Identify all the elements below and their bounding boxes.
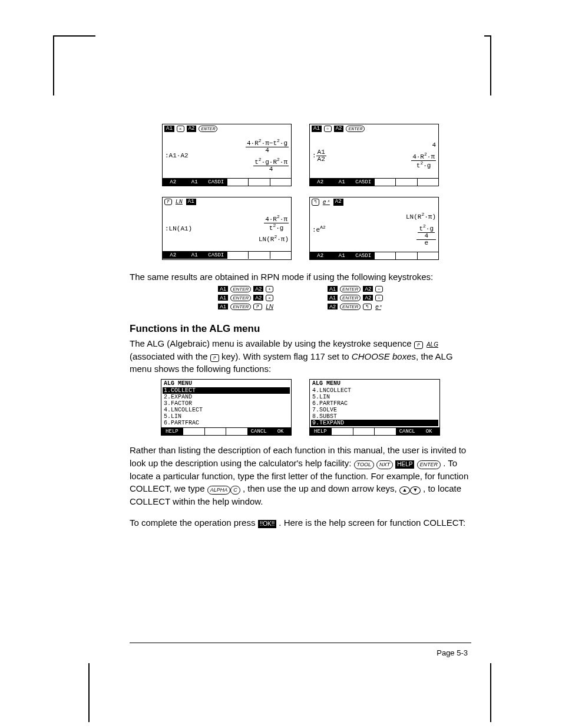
expr-r2: t2·g4e — [406, 224, 436, 246]
keystroke-header: ↰ eˣ A2 — [310, 197, 438, 207]
keystroke-header: ↱ LN A1 — [163, 197, 291, 206]
section-heading: Functions in the ALG menu — [130, 323, 471, 335]
keystroke-header: A1 ÷ A2 ENTER — [310, 124, 438, 133]
crop-mark-tl — [53, 35, 95, 95]
softkey-row: A2A1CASDI — [163, 251, 291, 259]
alg-intro: The ALG (Algebraic) menu is available by… — [130, 337, 471, 375]
expr-r1: 4 — [411, 142, 436, 149]
crop-mark-bl — [88, 663, 95, 722]
tool-key: TOOL — [354, 460, 374, 469]
enter-key: ENTER — [417, 460, 441, 469]
softkey-row: A2A1CASDI — [310, 178, 438, 186]
ok-softkey: !!OK!! — [258, 520, 277, 529]
page: A1 × A2 ENTER :A1·A2 4·R2·π−t2·g4 t2·g·R… — [0, 0, 562, 728]
expr-r2: LN(R2·π) — [259, 235, 289, 243]
expr-left: :eA2 — [312, 225, 326, 233]
choose-boxes: CHOOSE boxes — [352, 351, 416, 361]
screenshot-row-2: ↱ LN A1 :LN(A1) 4·R2·πt2·g LN(R2·π) A2A1… — [130, 197, 471, 260]
alg-menu-row: ALG MENU1.COLLECT2.EXPAND3.FACTOR4.LNCOL… — [130, 379, 471, 436]
expr-r1: LN(R2·π) — [406, 212, 436, 220]
rpn-keystroke-table: A1 ENTER A2 +A1 ENTER A2 ×A1 ENTER ↱ LN … — [130, 286, 471, 310]
screenshot-row-1: A1 × A2 ENTER :A1·A2 4·R2·π−t2·g4 t2·g·R… — [130, 124, 471, 186]
right-shift-key: ↱ — [210, 354, 219, 363]
expr-r2: t2·g·R2·π4 — [246, 157, 289, 173]
softkey-row: A2A1CASDI — [163, 178, 291, 186]
footer-rule — [130, 643, 471, 643]
expr-r1: 4·R2·πt2·g — [259, 215, 289, 231]
alg-menu-2: ALG MENU4.LNCOLLECT5.LIN6.PARTFRAC7.SOLV… — [309, 379, 440, 436]
page-number: Page 5-3 — [437, 648, 468, 657]
rpn-col-left: A1 ENTER A2 +A1 ENTER A2 ×A1 ENTER ↱ LN — [218, 286, 275, 310]
softkey-row: A2A1CASDI — [310, 252, 438, 259]
c-key: C — [230, 486, 240, 495]
rpn-col-right: A1 ENTER A2 −A1 ENTER A2 ÷A2 ENTER ↰ eˣ — [328, 286, 383, 310]
alpha-key: ALPHA — [207, 486, 231, 495]
expr-left: :LN(A1) — [165, 226, 192, 232]
help-softkey: HELP — [395, 460, 414, 469]
expr-r2: 4·R2·πt2·g — [411, 152, 436, 169]
keystroke-header: A1 × A2 ENTER — [163, 124, 291, 133]
crop-mark-br — [449, 663, 491, 722]
complete-op-para: To complete the operation press !!OK!! .… — [130, 516, 471, 529]
alg-menu-1: ALG MENU1.COLLECT2.EXPAND3.FACTOR4.LNCOL… — [161, 379, 292, 436]
alg-label: ALG — [425, 341, 439, 348]
calc-screenshot-4: ↰ eˣ A2 :eA2 LN(R2·π) t2·g4e A2A1CASDI — [309, 197, 439, 260]
nxt-key: NXT — [376, 460, 393, 469]
expr-left: :A1A2 — [312, 149, 326, 163]
calc-screenshot-3: ↱ LN A1 :LN(A1) 4·R2·πt2·g LN(R2·π) A2A1… — [162, 197, 292, 260]
calc-screenshot-1: A1 × A2 ENTER :A1·A2 4·R2·π−t2·g4 t2·g·R… — [162, 124, 292, 186]
expr-r1: 4·R2·π−t2·g4 — [246, 139, 289, 154]
content: A1 × A2 ENTER :A1·A2 4·R2·π−t2·g4 t2·g·R… — [130, 124, 471, 532]
crop-mark-tr — [484, 35, 491, 95]
calc-screenshot-2: A1 ÷ A2 ENTER :A1A2 4 4·R2·πt2·g A2A1CAS… — [309, 124, 439, 186]
expr-left: :A1·A2 — [165, 153, 189, 159]
up-arrow-key: ▲ — [399, 486, 410, 495]
down-arrow-key: ▼ — [410, 486, 421, 495]
rpn-intro: The same results are obtained in RPN mod… — [130, 271, 471, 284]
help-facility-para: Rather than listing the description of e… — [130, 444, 471, 508]
right-shift-key: ↱ — [414, 341, 423, 350]
